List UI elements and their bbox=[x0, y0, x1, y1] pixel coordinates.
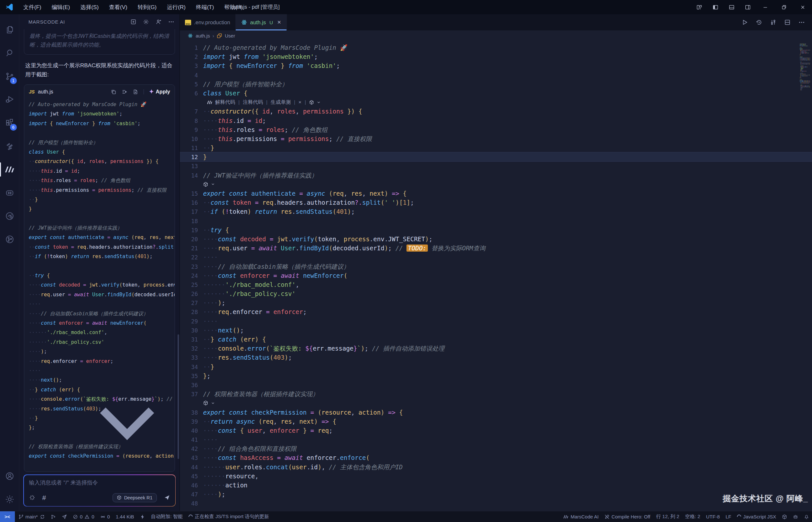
chevron-down-icon[interactable] bbox=[317, 100, 321, 104]
minimap-segment bbox=[801, 51, 802, 52]
activity-item-plugin-gitlens[interactable] bbox=[0, 228, 19, 251]
more-actions-icon[interactable] bbox=[798, 19, 805, 25]
customize-layout-button[interactable] bbox=[691, 0, 707, 14]
run-file-icon[interactable] bbox=[742, 19, 748, 25]
status-file-size[interactable]: 1.44 KiB bbox=[113, 511, 137, 522]
status-auto-attach[interactable]: 自动附加: 智能 bbox=[148, 511, 186, 522]
line-number bbox=[180, 98, 198, 107]
minimap[interactable] bbox=[800, 44, 810, 92]
minimap-segment bbox=[800, 78, 800, 78]
status-cursor-position[interactable]: 行 12, 列 2 bbox=[653, 511, 682, 522]
graph-icon bbox=[51, 514, 56, 519]
status-import-check[interactable]: 正在检查 JS/TS import 语句的更新 bbox=[186, 511, 272, 522]
menu-item[interactable]: 选择(S) bbox=[76, 2, 102, 12]
chat-input[interactable] bbox=[29, 480, 170, 486]
menu-item[interactable]: 运行(R) bbox=[163, 2, 189, 12]
breadcrumb-item[interactable]: User bbox=[225, 33, 235, 39]
minimap-segment bbox=[807, 81, 808, 81]
minimize-button[interactable] bbox=[756, 0, 774, 14]
new-file-icon[interactable] bbox=[133, 89, 138, 95]
toggle-panel-button[interactable] bbox=[724, 0, 739, 14]
insert-at-cursor-icon[interactable] bbox=[122, 89, 127, 95]
code-text: ··if (!token) return res.sendStatus(401)… bbox=[198, 207, 355, 216]
status-publish[interactable] bbox=[59, 511, 70, 522]
codelens-action[interactable]: 生成单测 bbox=[271, 98, 291, 107]
compare-changes-icon[interactable] bbox=[770, 19, 776, 25]
new-chat-icon[interactable] bbox=[130, 19, 137, 25]
menu-item[interactable]: 文件(F) bbox=[19, 2, 45, 12]
chevron-down-icon[interactable] bbox=[211, 182, 215, 186]
status-eol[interactable]: LF bbox=[723, 511, 734, 522]
activity-item-extensions[interactable]: 6 bbox=[0, 111, 19, 135]
tab-.env.production[interactable]: ENV.env.production bbox=[180, 14, 236, 31]
status-ports[interactable]: 0 bbox=[97, 511, 113, 522]
minimap-segment bbox=[802, 74, 803, 74]
status-power[interactable] bbox=[137, 511, 148, 522]
line-number: 46 bbox=[180, 481, 198, 490]
panel-settings-icon[interactable] bbox=[143, 19, 149, 25]
status-problems[interactable]: 00 bbox=[70, 511, 97, 522]
chevron-down-icon[interactable] bbox=[211, 401, 215, 405]
activity-item-search[interactable] bbox=[0, 41, 19, 65]
apply-button[interactable]: ✦ Apply bbox=[149, 88, 170, 95]
sidebar-scrollbar[interactable] bbox=[178, 335, 179, 459]
line-number: 35 bbox=[180, 371, 198, 380]
slash-command-icon[interactable] bbox=[29, 495, 35, 501]
status-encoding[interactable]: UTF-8 bbox=[703, 511, 723, 522]
split-editor-icon[interactable] bbox=[784, 19, 791, 25]
codelens-action[interactable]: 解释代码 bbox=[215, 98, 235, 107]
minimap-segment bbox=[802, 46, 804, 46]
status-marscode-ai[interactable]: MarsCode AI bbox=[561, 511, 602, 522]
codelens-actions[interactable] bbox=[198, 180, 215, 189]
switch-account-icon[interactable] bbox=[156, 19, 162, 25]
code-text: ····// 组合角色权限和直接权限 bbox=[198, 444, 297, 453]
close-icon[interactable]: ✕ bbox=[277, 19, 281, 25]
codelens-actions[interactable]: 解释代码|注释代码|生成单测|×| bbox=[198, 98, 321, 107]
status-feedback[interactable] bbox=[790, 511, 801, 522]
menu-item[interactable]: 编辑(E) bbox=[48, 2, 74, 12]
activity-item-source-control[interactable]: 1 bbox=[0, 65, 19, 88]
chevron-down-icon[interactable] bbox=[79, 374, 176, 471]
activity-item-explorer[interactable] bbox=[0, 18, 19, 41]
codelens-actions[interactable] bbox=[198, 399, 215, 407]
copy-icon[interactable] bbox=[110, 89, 117, 95]
timeline-icon[interactable] bbox=[756, 19, 762, 25]
code-editor[interactable]: 1// Auto-generated by MarsCode Plugin 🚀2… bbox=[180, 41, 812, 511]
activity-item-plugin-codegeex[interactable] bbox=[0, 204, 19, 228]
status-remote-indicator[interactable]: >< bbox=[0, 511, 15, 522]
activity-item-plugin-trae[interactable] bbox=[0, 135, 19, 158]
code-line: 32····console.error(`鉴权失败: ${err.message… bbox=[180, 344, 812, 353]
code-lines: 1// Auto-generated by MarsCode Plugin 🚀2… bbox=[180, 43, 812, 508]
activity-item-marscode[interactable] bbox=[0, 158, 19, 181]
codelens-action[interactable]: 注释代码 bbox=[243, 98, 263, 107]
status-notifications[interactable] bbox=[801, 511, 812, 522]
minimap-segment bbox=[808, 59, 808, 59]
status-language-mode[interactable]: JavaScript JSX bbox=[734, 511, 779, 522]
status-indentation[interactable]: 空格: 2 bbox=[682, 511, 703, 522]
menu-item[interactable]: 查看(V) bbox=[105, 2, 131, 12]
activity-item-account[interactable] bbox=[0, 464, 19, 488]
status-branch[interactable]: main* bbox=[16, 511, 48, 522]
more-actions-icon[interactable] bbox=[168, 19, 174, 25]
restore-button[interactable] bbox=[774, 0, 793, 14]
minimap-line bbox=[800, 62, 810, 62]
activity-item-run-and-debug[interactable] bbox=[0, 88, 19, 111]
status-hex-extension[interactable] bbox=[779, 511, 790, 522]
status-compile-hero[interactable]: Compile Hero: Off bbox=[602, 511, 653, 522]
activity-item-settings[interactable] bbox=[0, 488, 19, 511]
code-line: 47····); bbox=[180, 490, 812, 499]
send-icon[interactable] bbox=[164, 495, 170, 501]
close-button[interactable] bbox=[793, 0, 812, 14]
context-hash-icon[interactable]: # bbox=[42, 495, 46, 501]
status-source-control-graph[interactable] bbox=[48, 511, 59, 522]
tab-auth.js[interactable]: auth.jsU✕ bbox=[236, 14, 287, 31]
minimap-segment bbox=[800, 66, 804, 66]
breadcrumb-item[interactable]: auth.js bbox=[196, 33, 210, 39]
toggle-sidebar-button[interactable] bbox=[707, 0, 724, 14]
close-icon[interactable]: × bbox=[299, 98, 301, 107]
ai-assistant-icon bbox=[5, 188, 15, 198]
toggle-secondary-sidebar-button[interactable] bbox=[739, 0, 756, 14]
activity-item-ai-assistant[interactable] bbox=[0, 181, 19, 204]
menu-item[interactable]: 转到(G) bbox=[134, 2, 161, 12]
model-selector[interactable]: Deepseek R1 bbox=[113, 493, 157, 502]
